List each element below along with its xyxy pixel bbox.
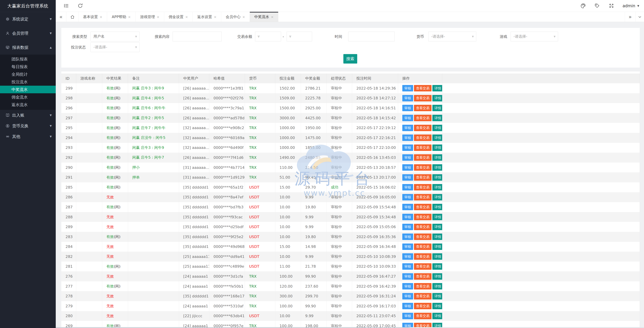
review-button[interactable]: 审核 xyxy=(402,115,413,121)
review-button[interactable]: 审核 xyxy=(402,214,413,220)
tab-close-icon[interactable]: × xyxy=(157,15,160,19)
horizontal-scrollbar[interactable] xyxy=(56,327,644,328)
collapse-sidebar-icon[interactable] xyxy=(63,3,69,9)
sidebar-item-currency-exchange[interactable]: 货币兑换 ▼ xyxy=(0,121,56,131)
view-transaction-button[interactable]: 查看交易 xyxy=(414,214,432,220)
tab-基本设置[interactable]: 基本设置× xyxy=(78,12,107,22)
theme-palette-icon[interactable] xyxy=(580,3,586,9)
view-transaction-button[interactable]: 查看交易 xyxy=(414,135,432,141)
review-button[interactable]: 审核 xyxy=(402,233,413,240)
detail-button[interactable]: 详情 xyxy=(432,283,442,289)
view-transaction-button[interactable]: 查看交易 xyxy=(414,164,432,171)
detail-button[interactable]: 详情 xyxy=(432,214,442,220)
home-tab-button[interactable] xyxy=(66,12,78,22)
tab-close-icon[interactable]: × xyxy=(242,15,245,19)
detail-button[interactable]: 详情 xyxy=(432,144,442,151)
tab-返水设置[interactable]: 返水设置× xyxy=(193,12,221,22)
tag-icon[interactable] xyxy=(594,3,600,9)
tabs-scroll-left-button[interactable]: « xyxy=(56,12,66,22)
review-button[interactable]: 审核 xyxy=(402,253,413,260)
detail-button[interactable]: 详情 xyxy=(432,85,442,91)
view-transaction-button[interactable]: 查看交易 xyxy=(414,293,432,299)
game-select[interactable]: -请选择- ▼ xyxy=(510,32,558,41)
time-input[interactable] xyxy=(348,32,395,41)
sidebar-item-commission-flow[interactable]: 佣金流水 xyxy=(0,93,56,101)
detail-button[interactable]: 详情 xyxy=(432,253,442,260)
review-button[interactable]: 审核 xyxy=(402,194,413,200)
balance-min-field[interactable]: ¥ xyxy=(255,32,281,41)
sidebar-item-in-out-account[interactable]: 出入账 ▼ xyxy=(0,110,56,121)
review-button[interactable]: 审核 xyxy=(402,164,413,171)
tab-close-icon[interactable]: × xyxy=(128,15,131,19)
search-button[interactable]: 搜索 xyxy=(343,54,357,64)
review-button[interactable]: 审核 xyxy=(402,85,413,91)
view-transaction-button[interactable]: 查看交易 xyxy=(414,184,432,190)
sidebar-item-rebate-flow[interactable]: 返水流水 xyxy=(0,101,56,109)
sidebar-item-system-settings[interactable]: 系统设定 ▼ xyxy=(0,12,56,26)
view-transaction-button[interactable]: 查看交易 xyxy=(414,283,432,289)
detail-button[interactable]: 详情 xyxy=(432,164,442,171)
tab-close-icon[interactable]: × xyxy=(214,15,217,19)
view-transaction-button[interactable]: 查看交易 xyxy=(414,243,432,250)
balance-min-input[interactable] xyxy=(261,34,279,39)
detail-button[interactable]: 详情 xyxy=(432,115,442,121)
tab-中奖流水[interactable]: 中奖流水× xyxy=(250,12,278,22)
balance-max-field[interactable]: ¥ xyxy=(286,32,312,41)
user-menu[interactable]: admin ▼ xyxy=(622,0,639,12)
detail-button[interactable]: 详情 xyxy=(432,154,442,161)
fullscreen-icon[interactable] xyxy=(608,3,614,9)
review-button[interactable]: 审核 xyxy=(402,174,413,181)
view-transaction-button[interactable]: 查看交易 xyxy=(414,233,432,240)
view-transaction-button[interactable]: 查看交易 xyxy=(414,194,432,200)
tab-APP帮助[interactable]: APP帮助× xyxy=(107,12,136,22)
view-transaction-button[interactable]: 查看交易 xyxy=(414,85,432,91)
detail-button[interactable]: 详情 xyxy=(432,194,442,200)
sidebar-item-daily-report[interactable]: 每日报表 xyxy=(0,63,56,71)
bet-status-select[interactable]: -请选择- ▼ xyxy=(90,42,140,52)
view-transaction-button[interactable]: 查看交易 xyxy=(414,154,432,161)
review-button[interactable]: 审核 xyxy=(402,283,413,289)
view-transaction-button[interactable]: 查看交易 xyxy=(414,105,432,111)
view-transaction-button[interactable]: 查看交易 xyxy=(414,263,432,270)
view-transaction-button[interactable]: 查看交易 xyxy=(414,95,432,101)
review-button[interactable]: 审核 xyxy=(402,313,413,319)
view-transaction-button[interactable]: 查看交易 xyxy=(414,144,432,151)
tabs-menu-button[interactable] xyxy=(636,12,644,22)
tab-游戏管理[interactable]: 游戏管理× xyxy=(136,12,164,22)
view-transaction-button[interactable]: 查看交易 xyxy=(414,174,432,181)
review-button[interactable]: 审核 xyxy=(402,95,413,101)
view-transaction-button[interactable]: 查看交易 xyxy=(414,273,432,280)
sidebar-item-report-data[interactable]: 报表数据 ▲ xyxy=(0,40,56,55)
review-button[interactable]: 审核 xyxy=(402,105,413,111)
detail-button[interactable]: 详情 xyxy=(432,125,442,131)
detail-button[interactable]: 详情 xyxy=(432,184,442,190)
review-button[interactable]: 审核 xyxy=(402,184,413,190)
detail-button[interactable]: 详情 xyxy=(432,174,442,181)
sidebar-item-bet-flow[interactable]: 投注流水 xyxy=(0,78,56,86)
view-transaction-button[interactable]: 查看交易 xyxy=(414,204,432,210)
sidebar-item-global-stats[interactable]: 全局统计 xyxy=(0,71,56,78)
sidebar-item-win-flow[interactable]: 中奖流水 xyxy=(0,86,56,93)
tab-会员中心[interactable]: 会员中心× xyxy=(221,12,250,22)
review-button[interactable]: 审核 xyxy=(402,154,413,161)
sidebar-item-other[interactable]: 其他 ▼ xyxy=(0,131,56,142)
refresh-icon[interactable] xyxy=(77,3,83,9)
search-type-select[interactable]: 用户名 ▼ xyxy=(90,32,140,41)
view-transaction-button[interactable]: 查看交易 xyxy=(414,303,432,309)
detail-button[interactable]: 详情 xyxy=(432,95,442,101)
tabs-scroll-right-button[interactable]: » xyxy=(625,12,636,22)
review-button[interactable]: 审核 xyxy=(402,135,413,141)
review-button[interactable]: 审核 xyxy=(402,293,413,299)
detail-button[interactable]: 详情 xyxy=(432,105,442,111)
view-transaction-button[interactable]: 查看交易 xyxy=(414,115,432,121)
review-button[interactable]: 审核 xyxy=(402,303,413,309)
tab-佣金设置[interactable]: 佣金设置× xyxy=(164,12,193,22)
view-transaction-button[interactable]: 查看交易 xyxy=(414,313,432,319)
review-button[interactable]: 审核 xyxy=(402,125,413,131)
detail-button[interactable]: 详情 xyxy=(432,243,442,250)
scrollbar-thumb[interactable] xyxy=(56,327,410,328)
sidebar-item-member-management[interactable]: 会员管理 ▼ xyxy=(0,26,56,40)
review-button[interactable]: 审核 xyxy=(402,263,413,270)
detail-button[interactable]: 详情 xyxy=(432,263,442,270)
review-button[interactable]: 审核 xyxy=(402,224,413,230)
